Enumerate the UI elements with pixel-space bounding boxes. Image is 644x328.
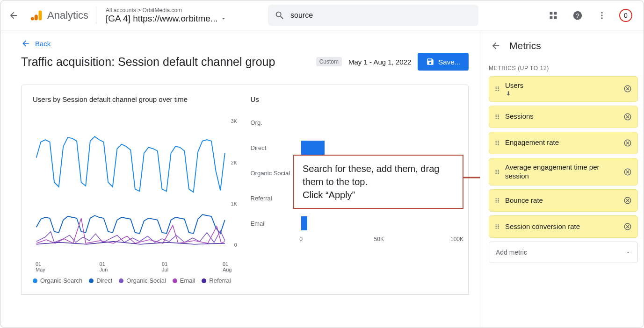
help-icon: ? bbox=[572, 10, 583, 21]
add-metric-button[interactable]: Add metric bbox=[489, 242, 638, 263]
search-icon bbox=[275, 10, 285, 21]
sort-desc-icon bbox=[505, 90, 512, 97]
svg-point-33 bbox=[496, 141, 497, 142]
svg-point-58 bbox=[496, 228, 497, 229]
remove-metric-button[interactable] bbox=[622, 84, 633, 94]
dropdown-caret-icon bbox=[625, 250, 631, 255]
svg-point-43 bbox=[498, 171, 499, 172]
metrics-section-label: METRICS (UP TO 12) bbox=[489, 65, 638, 71]
svg-point-28 bbox=[496, 116, 497, 117]
arrow-back-icon bbox=[8, 10, 19, 21]
svg-point-56 bbox=[496, 226, 497, 227]
remove-metric-button[interactable] bbox=[622, 138, 633, 148]
drag-handle-icon[interactable] bbox=[494, 169, 500, 175]
search-input[interactable] bbox=[290, 11, 472, 20]
add-metric-label: Add metric bbox=[496, 249, 527, 256]
account-property-picker[interactable]: All accounts > OrbitMedia.com [GA 4] htt… bbox=[96, 7, 255, 24]
svg-point-38 bbox=[498, 144, 499, 145]
svg-text:?: ? bbox=[576, 12, 579, 19]
svg-point-23 bbox=[496, 90, 497, 91]
save-icon bbox=[426, 57, 434, 66]
drag-handle-icon[interactable] bbox=[494, 114, 500, 120]
metrics-panel: Metrics METRICS (UP TO 12) Users Session… bbox=[480, 30, 644, 328]
drag-handle-icon[interactable] bbox=[494, 197, 500, 204]
arrow-back-icon bbox=[21, 39, 30, 48]
svg-point-45 bbox=[498, 173, 499, 174]
metric-item[interactable]: Engagement rate bbox=[489, 132, 638, 154]
metric-name: Sessions bbox=[505, 112, 618, 121]
line-chart-plot: 3K 2K 1K 0 bbox=[33, 110, 239, 259]
arrow-back-icon bbox=[491, 41, 501, 51]
page-title: Traffic acquisition: Session default cha… bbox=[21, 55, 275, 69]
back-link[interactable]: Back bbox=[21, 39, 51, 48]
line-chart-x-axis: 01May 01Jun 01Jul 01Aug bbox=[33, 261, 239, 272]
svg-point-50 bbox=[498, 200, 499, 201]
svg-point-57 bbox=[498, 226, 499, 227]
svg-point-54 bbox=[496, 225, 497, 226]
bar-row: Org. bbox=[251, 110, 457, 135]
svg-rect-5 bbox=[550, 16, 553, 19]
svg-point-48 bbox=[498, 199, 499, 200]
brand: Analytics bbox=[27, 9, 92, 22]
svg-point-31 bbox=[498, 118, 499, 119]
date-range[interactable]: May 1 - Aug 1, 2022 bbox=[348, 58, 411, 66]
svg-point-30 bbox=[496, 118, 497, 119]
svg-point-41 bbox=[498, 170, 499, 171]
panel-back-button[interactable] bbox=[489, 39, 503, 53]
svg-point-10 bbox=[601, 14, 602, 16]
account-breadcrumb: All accounts > OrbitMedia.com bbox=[106, 7, 246, 14]
svg-point-29 bbox=[498, 116, 499, 117]
topbar: Analytics All accounts > OrbitMedia.com … bbox=[0, 0, 644, 30]
back-label: Back bbox=[35, 40, 51, 48]
remove-metric-button[interactable] bbox=[622, 112, 633, 122]
line-chart: Users by Session default channel group o… bbox=[33, 95, 239, 287]
more-menu-button[interactable] bbox=[595, 8, 609, 22]
svg-point-37 bbox=[496, 144, 497, 145]
search-bar[interactable] bbox=[268, 5, 478, 26]
apps-grid-button[interactable] bbox=[546, 8, 560, 22]
svg-point-27 bbox=[498, 114, 499, 115]
close-circle-icon bbox=[623, 168, 632, 176]
bar-row: Email bbox=[251, 211, 457, 236]
close-circle-icon bbox=[623, 196, 632, 205]
remove-metric-button[interactable] bbox=[622, 195, 633, 206]
dropdown-caret-icon bbox=[221, 16, 226, 21]
metrics-list: Users SessionsEngagement rateAverage eng… bbox=[489, 76, 638, 238]
svg-point-47 bbox=[496, 199, 497, 200]
line-chart-title: Users by Session default channel group o… bbox=[33, 95, 239, 103]
notifications-badge[interactable]: 0 bbox=[619, 9, 632, 22]
svg-point-40 bbox=[496, 170, 497, 171]
drag-handle-icon[interactable] bbox=[494, 140, 500, 146]
account-property-name: [GA 4] https://www.orbitme... bbox=[106, 14, 218, 24]
svg-point-55 bbox=[498, 225, 499, 226]
line-chart-legend: Organic Search Direct Organic Social Ema… bbox=[33, 277, 239, 284]
save-label: Save... bbox=[438, 58, 460, 66]
remove-metric-button[interactable] bbox=[622, 167, 633, 177]
more-vert-icon bbox=[597, 11, 607, 20]
svg-rect-0 bbox=[39, 10, 42, 20]
metric-item[interactable]: Sessions bbox=[489, 106, 638, 128]
close-circle-icon bbox=[623, 113, 632, 121]
svg-text:0: 0 bbox=[234, 242, 237, 248]
svg-point-35 bbox=[496, 143, 497, 143]
tutorial-annotation: Search for these, add them, drag them to… bbox=[293, 155, 463, 209]
svg-point-34 bbox=[498, 141, 499, 142]
metric-item[interactable]: Users bbox=[489, 76, 638, 102]
metric-item[interactable]: Session conversion rate bbox=[489, 215, 638, 238]
help-button[interactable]: ? bbox=[571, 8, 585, 22]
drag-handle-icon[interactable] bbox=[494, 223, 500, 230]
save-button[interactable]: Save... bbox=[418, 53, 469, 71]
metric-item[interactable]: Bounce rate bbox=[489, 189, 638, 212]
metric-item[interactable]: Average engagement time per session bbox=[489, 158, 638, 186]
svg-point-51 bbox=[496, 202, 497, 203]
svg-point-59 bbox=[498, 228, 499, 229]
main-area: Back Traffic acquisition: Session defaul… bbox=[0, 30, 480, 328]
svg-point-26 bbox=[496, 114, 497, 115]
svg-point-11 bbox=[601, 17, 602, 19]
bar-chart-title: Us bbox=[251, 95, 457, 103]
browser-back-button[interactable] bbox=[4, 6, 23, 25]
topbar-right: ? 0 bbox=[546, 8, 640, 22]
notif-count: 0 bbox=[624, 12, 628, 19]
remove-metric-button[interactable] bbox=[622, 221, 633, 232]
drag-handle-icon[interactable] bbox=[494, 86, 500, 92]
